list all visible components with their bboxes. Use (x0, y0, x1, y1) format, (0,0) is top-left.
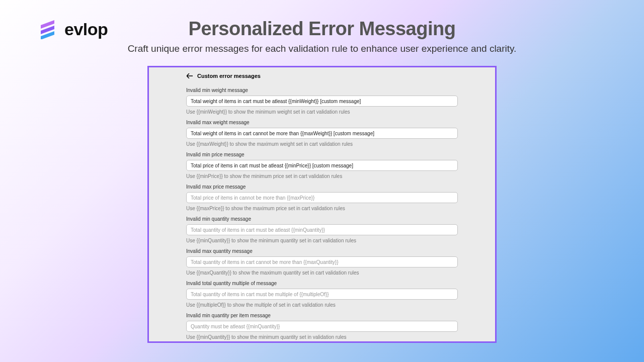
message-input[interactable] (186, 128, 458, 139)
message-input[interactable] (186, 160, 458, 171)
settings-panel: Custom error messages Invalid min weight… (147, 66, 497, 343)
field-label: Invalid max weight message (186, 120, 458, 125)
page-subtitle: Craft unique error messages for each val… (0, 43, 644, 54)
panel-header: Custom error messages (149, 72, 495, 82)
page-title: Personalized Error Messaging (0, 18, 644, 40)
panel-title: Custom error messages (197, 73, 261, 79)
message-input[interactable] (186, 289, 458, 300)
message-input[interactable] (186, 321, 458, 332)
field-group: Invalid total quantity multiple of messa… (186, 281, 458, 308)
field-label: Invalid max quantity message (186, 248, 458, 254)
form-body: Invalid min weight messageUse {{minWeigh… (149, 87, 495, 343)
field-label: Invalid min quantity message (186, 216, 458, 222)
field-group: Invalid min quantity messageUse {{minQua… (186, 216, 458, 243)
field-help: Use {{multipleOf}} to show the multiple … (186, 302, 458, 308)
field-help: Use {{minQuantity}} to show the minimum … (186, 238, 458, 243)
field-help: Use {{maxWeight}} to show the maximum we… (186, 141, 458, 147)
field-label: Invalid min price message (186, 152, 458, 157)
field-label: Invalid min weight message (186, 87, 458, 93)
field-help: Use {{minQuantity}} to show the minimum … (186, 334, 458, 340)
message-input[interactable] (186, 192, 458, 203)
field-help: Use {{minWeight}} to show the minimum we… (186, 109, 458, 115)
field-help: Use {{maxPrice}} to show the maximum pri… (186, 206, 458, 211)
back-arrow-icon[interactable] (186, 72, 193, 79)
field-group: Invalid max price messageUse {{maxPrice}… (186, 184, 458, 211)
field-group: Invalid max quantity messageUse {{maxQua… (186, 248, 458, 276)
message-input[interactable] (186, 224, 458, 235)
viewport: evlop Personalized Error Messaging Craft… (0, 0, 644, 362)
message-input[interactable] (186, 256, 458, 267)
field-group: Invalid min weight messageUse {{minWeigh… (186, 87, 458, 115)
field-label: Invalid min quantity per item message (186, 313, 458, 318)
field-help: Use {{maxQuantity}} to show the maximum … (186, 270, 458, 276)
field-group: Invalid min quantity per item messageUse… (186, 313, 458, 340)
field-label: Invalid max price message (186, 184, 458, 190)
field-help: Use {{minPrice}} to show the minimum pri… (186, 173, 458, 179)
field-label: Invalid total quantity multiple of messa… (186, 281, 458, 286)
field-group: Invalid max weight messageUse {{maxWeigh… (186, 120, 458, 147)
message-input[interactable] (186, 96, 458, 107)
field-group: Invalid min price messageUse {{minPrice}… (186, 152, 458, 179)
